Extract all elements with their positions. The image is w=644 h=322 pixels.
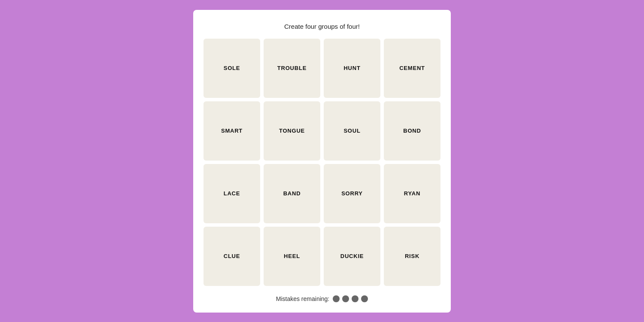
tile-word: SMART bbox=[221, 128, 243, 134]
tile-word: LACE bbox=[224, 190, 240, 197]
tile-band[interactable]: BAND bbox=[264, 164, 320, 223]
tile-word: CLUE bbox=[224, 253, 240, 259]
mistake-dot-3 bbox=[352, 295, 358, 302]
tile-lace[interactable]: LACE bbox=[204, 164, 260, 223]
tile-word: TONGUE bbox=[279, 128, 305, 134]
game-container: Create four groups of four! SOLETROUBLEH… bbox=[193, 10, 451, 313]
mistake-dot-1 bbox=[333, 295, 340, 302]
tile-word: RISK bbox=[405, 253, 419, 259]
tile-cement[interactable]: CEMENT bbox=[384, 39, 440, 98]
tile-word: BAND bbox=[283, 190, 301, 197]
mistake-dot-2 bbox=[342, 295, 349, 302]
tile-word: TROUBLE bbox=[277, 65, 307, 71]
mistakes-dots bbox=[333, 295, 368, 302]
mistake-dot-4 bbox=[361, 295, 368, 302]
tile-hunt[interactable]: HUNT bbox=[324, 39, 380, 98]
tile-word: CEMENT bbox=[399, 65, 425, 71]
tile-sole[interactable]: SOLE bbox=[204, 39, 260, 98]
tile-word: BOND bbox=[403, 128, 421, 134]
tile-word: DUCKIE bbox=[340, 253, 364, 259]
tile-tongue[interactable]: TONGUE bbox=[264, 101, 320, 161]
tile-word: SORRY bbox=[341, 190, 363, 197]
mistakes-row: Mistakes remaining: bbox=[276, 295, 368, 302]
tile-word: RYAN bbox=[404, 190, 420, 197]
tile-duckie[interactable]: DUCKIE bbox=[324, 227, 380, 286]
tile-word: HUNT bbox=[343, 65, 360, 71]
tile-word: HEEL bbox=[284, 253, 300, 259]
tile-heel[interactable]: HEEL bbox=[264, 227, 320, 286]
instruction: Create four groups of four! bbox=[284, 23, 360, 30]
tile-sorry[interactable]: SORRY bbox=[324, 164, 380, 223]
tile-smart[interactable]: SMART bbox=[204, 101, 260, 161]
tile-risk[interactable]: RISK bbox=[384, 227, 440, 286]
mistakes-label: Mistakes remaining: bbox=[276, 295, 330, 302]
tile-grid: SOLETROUBLEHUNTCEMENTSMARTTONGUESOULBOND… bbox=[204, 39, 440, 286]
tile-clue[interactable]: CLUE bbox=[204, 227, 260, 286]
tile-word: SOLE bbox=[224, 65, 240, 71]
tile-bond[interactable]: BOND bbox=[384, 101, 440, 161]
tile-trouble[interactable]: TROUBLE bbox=[264, 39, 320, 98]
tile-soul[interactable]: SOUL bbox=[324, 101, 380, 161]
tile-word: SOUL bbox=[343, 128, 360, 134]
tile-ryan[interactable]: RYAN bbox=[384, 164, 440, 223]
